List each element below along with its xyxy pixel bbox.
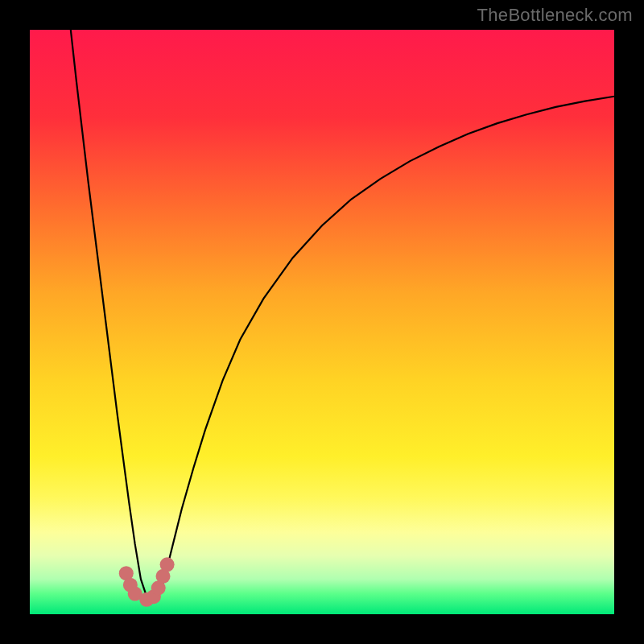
- plot-area: [30, 30, 614, 614]
- chart-frame: TheBottleneck.com: [0, 0, 644, 644]
- data-markers: [119, 557, 175, 607]
- bottleneck-curve: [71, 30, 614, 602]
- data-marker: [160, 557, 175, 572]
- curve-layer: [30, 30, 614, 614]
- watermark-text: TheBottleneck.com: [477, 5, 633, 26]
